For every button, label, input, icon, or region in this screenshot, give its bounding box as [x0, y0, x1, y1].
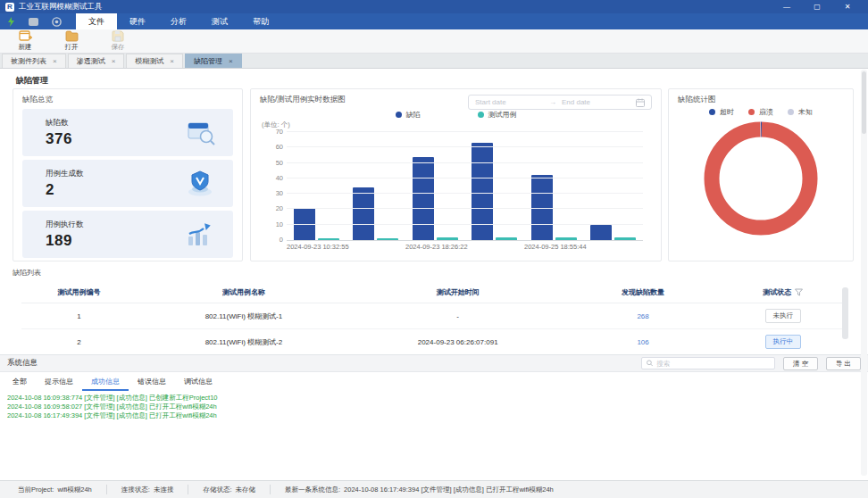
legend-label: 超时 — [720, 107, 734, 117]
legend-item[interactable]: 超时 — [709, 107, 734, 117]
defect-search-icon — [185, 120, 215, 145]
status-connection: 连接状态: 未连接 — [107, 485, 189, 494]
status-value: 未存储 — [235, 486, 255, 494]
x-axis-labels: 2024-09-23 10:32:552024-09-23 18:26:2220… — [287, 243, 643, 251]
log-search-box[interactable] — [641, 357, 775, 369]
maximize-icon[interactable]: ▢ — [802, 0, 832, 13]
tab-close-icon[interactable]: × — [112, 57, 116, 65]
close-icon[interactable]: ✕ — [832, 0, 863, 13]
defect-count-link[interactable]: 268 — [637, 312, 648, 320]
legend-item[interactable]: 崩溃 — [748, 107, 773, 117]
tab-label: 被测件列表 — [11, 56, 46, 66]
new-project-button[interactable]: 新建 — [7, 30, 43, 52]
defect-overview-panel: 缺陷总览 缺陷数 376 用例生成数 2 用例执行数 189 — [13, 88, 243, 261]
status-storage: 存储状态: 未存储 — [188, 485, 271, 494]
calendar-icon — [636, 98, 645, 107]
bar — [437, 237, 458, 240]
minimize-icon[interactable]: — — [772, 0, 802, 13]
defect-count-value: 376 — [46, 130, 72, 148]
tab-penetration-test[interactable]: 渗透测试 × — [68, 54, 125, 68]
legend-item[interactable]: 缺陷 — [396, 110, 421, 120]
legend-item[interactable]: 未知 — [788, 107, 813, 117]
status-button-running[interactable]: 执行中 — [765, 335, 802, 349]
table-row[interactable]: 1 802.11(WiFi) 模糊测试-1 - 268 未执行 — [21, 303, 845, 329]
legend-item[interactable]: 测试用例 — [478, 110, 517, 120]
record-icon[interactable] — [52, 17, 62, 27]
clear-logs-button[interactable]: 清 空 — [783, 357, 818, 370]
menu-test[interactable]: 测试 — [199, 13, 240, 29]
log-filter-tabs: 全部 提示信息 成功信息 错误信息 调试信息 — [0, 372, 868, 391]
col-status: 测试状态 — [722, 283, 845, 303]
menu-analysis[interactable]: 分析 — [158, 13, 199, 29]
new-project-label: 新建 — [19, 43, 32, 52]
log-tab-success[interactable]: 成功信息 — [82, 375, 129, 391]
main-scrollbar[interactable] — [861, 70, 867, 476]
status-value: 未连接 — [154, 486, 174, 494]
bar — [496, 237, 517, 240]
realtime-chart-title: 缺陷/测试用例实时数据图 — [260, 95, 346, 105]
scrollbar-thumb[interactable] — [862, 71, 866, 134]
log-tab-error[interactable]: 错误信息 — [129, 375, 175, 391]
tab-close-icon[interactable]: × — [229, 57, 233, 65]
log-line: 2024-10-08 16:09:58:027 [文件管理] [成功信息] 已打… — [7, 403, 861, 411]
window-controls: — ▢ ✕ — [772, 0, 863, 13]
new-file-icon — [19, 30, 32, 42]
col-defect-count: 发现缺陷数量 — [565, 283, 722, 303]
tab-close-icon[interactable]: × — [53, 57, 57, 65]
filter-icon[interactable] — [795, 288, 803, 296]
legend-label: 未知 — [798, 107, 813, 117]
tab-label: 模糊测试 — [135, 56, 163, 66]
export-logs-button[interactable]: 导 出 — [826, 357, 861, 370]
col-start-time: 测试开始时间 — [351, 283, 565, 303]
y-tick-label: 60 — [263, 143, 283, 151]
start-date-input[interactable]: Start date — [475, 98, 544, 106]
table-scrollbar[interactable] — [842, 287, 848, 339]
statusbar: 当前Project: wifi模糊24h 连接状态: 未连接 存储状态: 未存储… — [0, 480, 868, 498]
log-tab-hint[interactable]: 提示信息 — [36, 375, 82, 391]
cell-start-time: 2024-09-23 06:26:07:091 — [351, 329, 565, 355]
cell-case-name: 802.11(WiFi) 模糊测试-1 — [137, 303, 351, 329]
bar — [377, 238, 398, 240]
open-project-button[interactable]: 打开 — [54, 30, 89, 52]
page-title: 缺陷管理 — [16, 75, 48, 87]
defect-list-section: 缺陷列表 测试用例编号 测试用例名称 测试开始时间 发现缺陷数量 测试状态 1 … — [13, 268, 854, 353]
save-project-button[interactable]: 保存 — [100, 30, 136, 52]
end-date-input[interactable]: End date — [562, 98, 630, 106]
legend-dot-icon — [748, 109, 755, 115]
menu-help[interactable]: 帮助 — [240, 13, 281, 29]
col-case-name: 测试用例名称 — [137, 283, 351, 303]
x-tick-label: 2024-09-23 18:26:22 — [405, 243, 468, 251]
table-row[interactable]: 2 802.11(WiFi) 模糊测试-2 2024-09-23 06:26:0… — [21, 329, 845, 355]
device-icon[interactable] — [29, 18, 38, 26]
gridline — [287, 131, 643, 132]
status-latest-message: 最新一条系统信息: 2024-10-08 16:17:49:394 [文件管理]… — [271, 485, 568, 494]
legend-label: 崩溃 — [759, 107, 773, 117]
log-tab-all[interactable]: 全部 — [4, 375, 36, 391]
menu-file[interactable]: 文件 — [76, 13, 117, 29]
status-label: 当前Project: — [18, 486, 54, 494]
tab-close-icon[interactable]: × — [170, 57, 174, 65]
y-tick-label: 70 — [263, 128, 283, 136]
y-tick-label: 30 — [263, 189, 283, 197]
defect-list-title: 缺陷列表 — [13, 268, 854, 278]
gridline — [287, 224, 643, 225]
defect-stats-title: 缺陷统计图 — [678, 95, 844, 105]
log-line: 2024-10-08 16:17:49:394 [文件管理] [成功信息] 已打… — [7, 411, 861, 420]
status-label: 存储状态: — [203, 486, 231, 494]
system-info-header: 系统信息 清 空 导 出 — [0, 355, 868, 372]
search-input[interactable] — [656, 360, 770, 368]
tab-defect-management[interactable]: 缺陷管理 × — [185, 54, 242, 68]
log-tab-debug[interactable]: 调试信息 — [175, 375, 221, 391]
menu-hardware[interactable]: 硬件 — [117, 13, 158, 29]
tab-device-list[interactable]: 被测件列表 × — [2, 54, 66, 68]
status-label: 连接状态: — [121, 486, 150, 494]
date-range-picker[interactable]: Start date → End date — [468, 95, 652, 110]
status-button-pending[interactable]: 未执行 — [765, 309, 802, 323]
log-line: 2024-10-08 16:09:38:774 [文件管理] [成功信息] 已创… — [7, 394, 861, 403]
tab-fuzz-test[interactable]: 模糊测试 × — [126, 54, 183, 68]
status-value: 2024-10-08 16:17:49:394 [文件管理] [成功信息] 已打… — [344, 486, 554, 494]
lightning-icon[interactable] — [7, 17, 15, 27]
defect-donut-chart — [701, 119, 821, 238]
defect-count-link[interactable]: 106 — [637, 338, 648, 346]
quick-launch-icons — [0, 13, 76, 29]
